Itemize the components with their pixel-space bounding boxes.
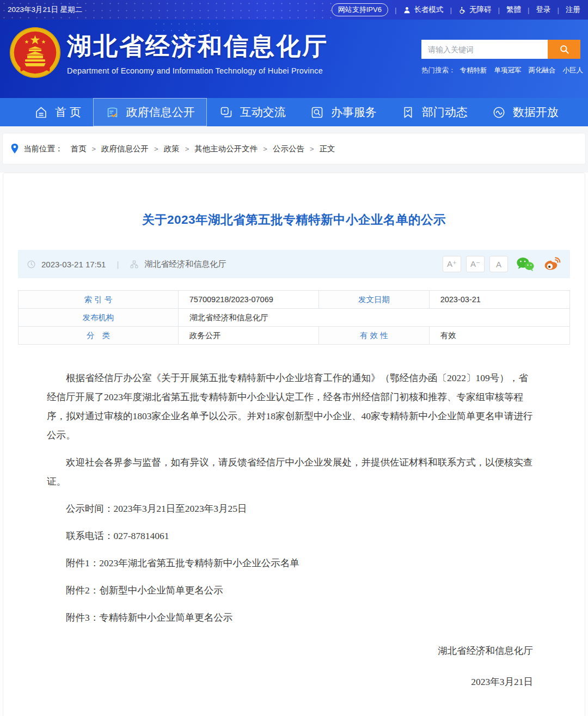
source-org-icon — [130, 260, 139, 269]
search-button[interactable] — [548, 40, 580, 59]
publisher-value: 湖北省经济和信息化厅 — [178, 309, 569, 327]
breadcrumb-separator: > — [185, 145, 189, 153]
site-subtitle: Department of Economy and Information Te… — [67, 66, 328, 75]
paragraph: 根据省经信厅办公室《关于开展第五批专精特新中小企业培育工作的通知》（鄂经信办函〔… — [47, 369, 533, 445]
breadcrumb-label: 当前位置： — [23, 144, 63, 154]
nav-item-interaction[interactable]: 互动交流 — [207, 98, 298, 126]
header-search-area: 热门搜索： 专精特新 单项冠军 两化融合 小巨人 绿色工厂 — [421, 40, 580, 75]
separator: | — [498, 6, 500, 14]
font-decrease-button[interactable]: A⁻ — [466, 256, 485, 272]
publish-datetime: 2023-03-21 17:51 — [41, 260, 106, 269]
breadcrumb-item-gov-info[interactable]: 政府信息公开 — [101, 144, 149, 154]
site-title: 湖北省经济和信息化厅 — [67, 30, 328, 63]
person-icon — [403, 6, 411, 14]
traditional-chinese-link[interactable]: 繁體 — [506, 5, 521, 15]
search-box — [421, 40, 580, 59]
current-date: 2023年3月21日 星期二 — [8, 5, 82, 15]
open-data-icon — [492, 105, 506, 120]
register-link[interactable]: 注册 — [566, 5, 580, 15]
weibo-share-icon[interactable] — [543, 256, 561, 272]
meta-divider: | — [117, 260, 119, 269]
index-number-value: 757009218/2023-07069 — [178, 291, 318, 309]
breadcrumb-separator: > — [92, 145, 96, 153]
publish-source: 湖北省经济和信息化厅 — [144, 259, 226, 270]
hot-search-row: 热门搜索： 专精特新 单项冠军 两化融合 小巨人 绿色工厂 — [421, 66, 580, 75]
index-number-label: 索 引 号 — [19, 291, 179, 309]
top-utility-links: 网站支持IPV6 | 长者模式 | 无障碍 | 繁體 | 登录 | 注册 — [332, 3, 580, 16]
attachment-mention-1: 附件1：2023年湖北省第五批专精特新中小企业公示名单 — [47, 554, 533, 573]
breadcrumb: 当前位置： 首页 > 政府信息公开 > 政策 > 其他主动公开文件 > 公示公告… — [3, 133, 585, 164]
breadcrumb-separator: > — [154, 145, 158, 153]
hot-search-label: 热门搜索： — [421, 66, 456, 75]
search-input[interactable] — [421, 40, 548, 59]
services-icon — [310, 105, 324, 120]
signature-org: 湖北省经济和信息化厅 — [47, 641, 533, 660]
publicity-period: 公示时间：2023年3月21日至2023年3月25日 — [47, 499, 533, 518]
breadcrumb-item-other-docs[interactable]: 其他主动公开文件 — [194, 144, 258, 154]
department-news-icon — [401, 105, 415, 120]
font-increase-button[interactable]: A⁺ — [443, 256, 461, 272]
hot-search-link[interactable]: 小巨人 — [563, 66, 584, 75]
home-icon — [34, 105, 48, 120]
article-card: 关于2023年湖北省第五批专精特新中小企业名单的公示 2023-03-21 17… — [3, 173, 585, 716]
nav-item-open-data[interactable]: 数据开放 — [480, 98, 571, 126]
table-row: 分 类 政务公开 有 效 性 有效 — [19, 327, 570, 345]
separator: | — [557, 6, 559, 14]
breadcrumb-separator: > — [310, 145, 314, 153]
category-label: 分 类 — [19, 327, 179, 345]
clock-icon — [27, 260, 36, 269]
wechat-share-icon[interactable] — [516, 256, 535, 272]
main-navigation: 首 页 政府信息公开 互动交流 办事服务 部门动态 数据开放 — [0, 98, 588, 126]
category-value: 政务公开 — [178, 327, 318, 345]
accessibility-link[interactable]: 无障碍 — [458, 5, 492, 15]
article-meta-bar: 2023-03-21 17:51 | 湖北省经济和信息化厅 A⁺ A⁻ A — [18, 250, 570, 278]
attachment-mention-2: 附件2：创新型中小企业简单更名公示 — [47, 581, 533, 600]
font-reset-button[interactable]: A — [489, 256, 508, 272]
nav-item-department-news[interactable]: 部门动态 — [389, 98, 480, 126]
national-emblem-logo — [9, 26, 62, 79]
validity-value: 有效 — [429, 327, 569, 345]
separator: | — [395, 6, 397, 14]
brand-text: 湖北省经济和信息化厅 Department of Economy and Inf… — [67, 30, 328, 75]
attachments-section: 附件: 附件1：2023年湖北省第五批专精特新中小企业公示名单.docx 附件2… — [3, 691, 585, 716]
separator: | — [450, 6, 452, 14]
validity-label: 有 效 性 — [319, 327, 430, 345]
ipv6-badge[interactable]: 网站支持IPV6 — [332, 3, 388, 16]
breadcrumb-strip: 当前位置： 首页 > 政府信息公开 > 政策 > 其他主动公开文件 > 公示公告… — [0, 126, 588, 173]
nav-item-home[interactable]: 首 页 — [22, 98, 93, 126]
wheelchair-icon — [458, 6, 467, 14]
nav-item-gov-info-disclosure[interactable]: 政府信息公开 — [93, 98, 207, 126]
article-body: 根据省经信厅办公室《关于开展第五批专精特新中小企业培育工作的通知》（鄂经信办函〔… — [3, 369, 585, 691]
breadcrumb-item-home[interactable]: 首页 — [71, 144, 87, 154]
article-meta-left: 2023-03-21 17:51 | 湖北省经济和信息化厅 — [27, 259, 438, 270]
issue-date-value: 2023-03-21 — [429, 291, 569, 309]
attachment-mention-3: 附件3：专精特新中小企业简单更名公示 — [47, 608, 533, 627]
login-link[interactable]: 登录 — [536, 5, 550, 15]
nav-item-services[interactable]: 办事服务 — [298, 98, 389, 126]
info-disclosure-icon — [105, 105, 120, 120]
document-info-table: 索 引 号 757009218/2023-07069 发文日期 2023-03-… — [18, 290, 570, 345]
publisher-label: 发布机构 — [19, 309, 179, 327]
issue-date-label: 发文日期 — [319, 291, 430, 309]
site-header: 湖北省经济和信息化厅 Department of Economy and Inf… — [0, 20, 588, 98]
elder-mode-link[interactable]: 长者模式 — [403, 5, 443, 15]
breadcrumb-separator: > — [263, 145, 267, 153]
signature-block: 湖北省经济和信息化厅 2023年3月21日 — [47, 641, 533, 691]
page-title: 关于2023年湖北省第五批专精特新中小企业名单的公示 — [3, 211, 585, 228]
signature-date: 2023年3月21日 — [47, 672, 533, 691]
paragraph: 欢迎社会各界参与监督，如有异议，请反馈省经信厅中小企业发展处，并提供佐证材料和联… — [47, 453, 533, 491]
hot-search-link[interactable]: 专精特新 — [460, 66, 487, 75]
top-utility-bar: 2023年3月21日 星期二 网站支持IPV6 | 长者模式 | 无障碍 | 繁… — [0, 0, 588, 20]
search-icon — [559, 44, 569, 54]
hot-search-link[interactable]: 两化融合 — [529, 66, 556, 75]
interaction-icon — [219, 105, 234, 120]
hot-search-link[interactable]: 单项冠军 — [494, 66, 522, 75]
breadcrumb-item-announcements[interactable]: 公示公告 — [273, 144, 304, 154]
table-row: 索 引 号 757009218/2023-07069 发文日期 2023-03-… — [19, 291, 570, 309]
contact-phone: 联系电话：027-87814061 — [47, 527, 533, 546]
breadcrumb-item-policy[interactable]: 政策 — [164, 144, 180, 154]
separator: | — [528, 6, 530, 14]
breadcrumb-item-current: 正文 — [319, 144, 335, 154]
table-row: 发布机构 湖北省经济和信息化厅 — [19, 309, 570, 327]
location-pin-icon — [10, 143, 19, 154]
